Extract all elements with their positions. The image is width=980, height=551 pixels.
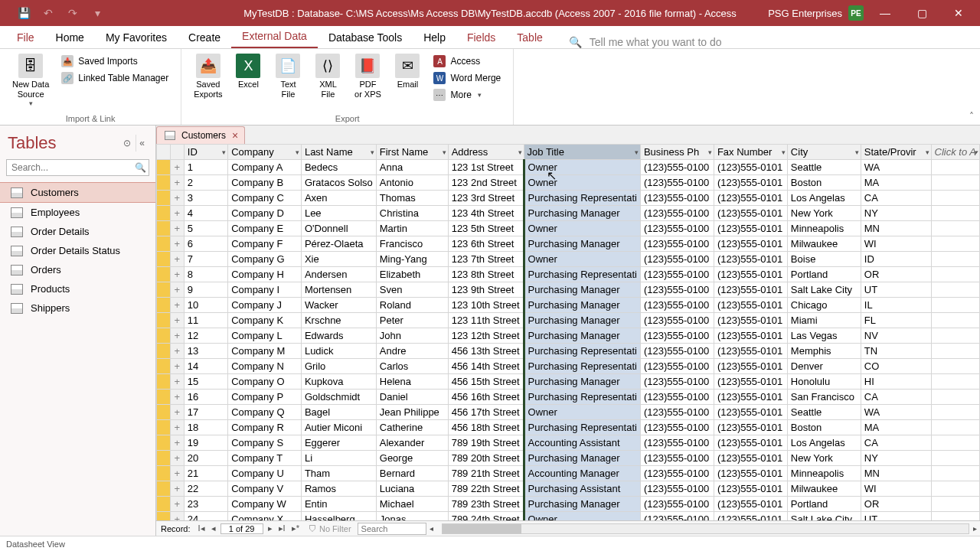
row-selector[interactable]: [157, 344, 171, 359]
column-header-id[interactable]: ID▾: [184, 145, 227, 160]
expand-row-icon[interactable]: +: [170, 298, 184, 313]
cell-phone[interactable]: (123)555-0100: [640, 390, 714, 405]
tab-home[interactable]: Home: [45, 27, 95, 48]
more-button[interactable]: ⋯More▾: [432, 87, 502, 103]
collapse-ribbon-button[interactable]: ˄: [969, 111, 974, 122]
cell-fax[interactable]: (123)555-0101: [714, 282, 787, 298]
cell-fax[interactable]: (123)555-0101: [714, 206, 787, 221]
cell-state[interactable]: IL: [861, 298, 931, 313]
cell-phone[interactable]: (123)555-0100: [640, 512, 714, 521]
cell-firstname[interactable]: Helena: [376, 374, 448, 390]
cell-phone[interactable]: (123)555-0100: [640, 282, 714, 298]
cell-fax[interactable]: (123)555-0101: [714, 236, 787, 252]
row-selector[interactable]: [157, 405, 171, 420]
qat-customize-icon[interactable]: ▾: [90, 6, 104, 20]
cell-firstname[interactable]: Christina: [376, 206, 448, 221]
next-record-button[interactable]: ▸: [265, 523, 276, 533]
tell-me-search[interactable]: 🔍 Tell me what you want to do: [569, 36, 722, 48]
cell-state[interactable]: FL: [861, 313, 931, 328]
table-row[interactable]: +9Company IMortensenSven123 9th StreetPu…: [157, 282, 980, 298]
cell-phone[interactable]: (123)555-0100: [640, 497, 714, 512]
cell-company[interactable]: Company V: [228, 481, 302, 497]
cell-company[interactable]: Company U: [228, 466, 302, 481]
row-selector[interactable]: [157, 435, 171, 451]
cell-jobtitle[interactable]: Purchasing Manager: [524, 206, 640, 221]
table-row[interactable]: +15Company OKupkovaHelena456 15th Street…: [157, 374, 980, 390]
cell-state[interactable]: CA: [861, 390, 931, 405]
cell-add[interactable]: [931, 359, 979, 374]
cell-phone[interactable]: (123)555-0100: [640, 236, 714, 252]
record-position-input[interactable]: [220, 523, 263, 534]
row-selector[interactable]: [157, 390, 171, 405]
cell-company[interactable]: Company X: [228, 512, 302, 521]
cell-phone[interactable]: (123)555-0100: [640, 435, 714, 451]
cell-city[interactable]: Seattle: [787, 405, 861, 420]
object-tab-customers[interactable]: Customers ×: [156, 126, 245, 144]
cell-city[interactable]: San Francisco: [787, 390, 861, 405]
tab-myfavorites[interactable]: My Favorites: [95, 27, 178, 48]
row-selector[interactable]: [157, 466, 171, 481]
cell-lastname[interactable]: Kupkova: [301, 374, 376, 390]
cell-firstname[interactable]: Martin: [376, 221, 448, 236]
datasheet-grid[interactable]: ID▾Company▾Last Name▾First Name▾Address▾…: [156, 144, 980, 520]
cell-phone[interactable]: (123)555-0100: [640, 221, 714, 236]
column-header-company[interactable]: Company▾: [228, 145, 302, 160]
column-header-business-ph[interactable]: Business Ph▾: [640, 145, 714, 160]
cell-lastname[interactable]: O'Donnell: [301, 221, 376, 236]
cell-add[interactable]: [931, 252, 979, 267]
cell-firstname[interactable]: Thomas: [376, 191, 448, 206]
cell-firstname[interactable]: Michael: [376, 497, 448, 512]
cell-id[interactable]: 22: [184, 481, 227, 497]
table-row[interactable]: +4Company DLeeChristina123 4th StreetPur…: [157, 206, 980, 221]
cell-add[interactable]: [931, 191, 979, 206]
cell-address[interactable]: 123 3rd Street: [448, 191, 524, 206]
cell-company[interactable]: Company D: [228, 206, 302, 221]
cell-company[interactable]: Company M: [228, 344, 302, 359]
cell-phone[interactable]: (123)555-0100: [640, 420, 714, 435]
cell-id[interactable]: 15: [184, 374, 227, 390]
table-row[interactable]: +18Company RAutier MiconiCatherine456 18…: [157, 420, 980, 435]
cell-jobtitle[interactable]: Accounting Manager: [524, 466, 640, 481]
scroll-left-button[interactable]: ◂: [426, 524, 437, 533]
cell-add[interactable]: [931, 328, 979, 344]
cell-address[interactable]: 456 18th Street: [448, 420, 524, 435]
cell-id[interactable]: 14: [184, 359, 227, 374]
cell-jobtitle[interactable]: Accounting Assistant: [524, 435, 640, 451]
cell-state[interactable]: OR: [861, 267, 931, 282]
cell-id[interactable]: 4: [184, 206, 227, 221]
cell-address[interactable]: 123 12th Street: [448, 328, 524, 344]
row-selector[interactable]: [157, 512, 171, 521]
cell-add[interactable]: [931, 466, 979, 481]
excel-button[interactable]: XExcel: [230, 52, 266, 91]
cell-city[interactable]: Portland: [787, 497, 861, 512]
cell-state[interactable]: WA: [861, 405, 931, 420]
prev-record-button[interactable]: ◂: [208, 523, 219, 533]
table-row[interactable]: +8Company HAndersenElizabeth123 8th Stre…: [157, 267, 980, 282]
cell-city[interactable]: Honolulu: [787, 374, 861, 390]
cell-fax[interactable]: (123)555-0101: [714, 313, 787, 328]
cell-id[interactable]: 9: [184, 282, 227, 298]
cell-address[interactable]: 456 16th Street: [448, 390, 524, 405]
cell-state[interactable]: CO: [861, 359, 931, 374]
expand-row-icon[interactable]: +: [170, 252, 184, 267]
cell-id[interactable]: 6: [184, 236, 227, 252]
cell-fax[interactable]: (123)555-0101: [714, 359, 787, 374]
nav-item-products[interactable]: Products: [0, 279, 155, 298]
cell-id[interactable]: 2: [184, 175, 227, 191]
column-header-first-name[interactable]: First Name▾: [376, 145, 448, 160]
cell-phone[interactable]: (123)555-0100: [640, 359, 714, 374]
expand-row-icon[interactable]: +: [170, 236, 184, 252]
cell-add[interactable]: [931, 512, 979, 521]
cell-state[interactable]: UT: [861, 282, 931, 298]
cell-id[interactable]: 13: [184, 344, 227, 359]
expand-row-icon[interactable]: +: [170, 420, 184, 435]
expand-row-icon[interactable]: +: [170, 390, 184, 405]
cell-state[interactable]: NY: [861, 451, 931, 466]
cell-city[interactable]: Miami: [787, 313, 861, 328]
table-row[interactable]: +11Company KKrschnePeter123 11th StreetP…: [157, 313, 980, 328]
cell-firstname[interactable]: Andre: [376, 344, 448, 359]
table-row[interactable]: +7Company GXieMing-Yang123 7th StreetOwn…: [157, 252, 980, 267]
tab-fields[interactable]: Fields: [456, 27, 506, 48]
cell-jobtitle[interactable]: Purchasing Representati: [524, 267, 640, 282]
cell-add[interactable]: [931, 435, 979, 451]
